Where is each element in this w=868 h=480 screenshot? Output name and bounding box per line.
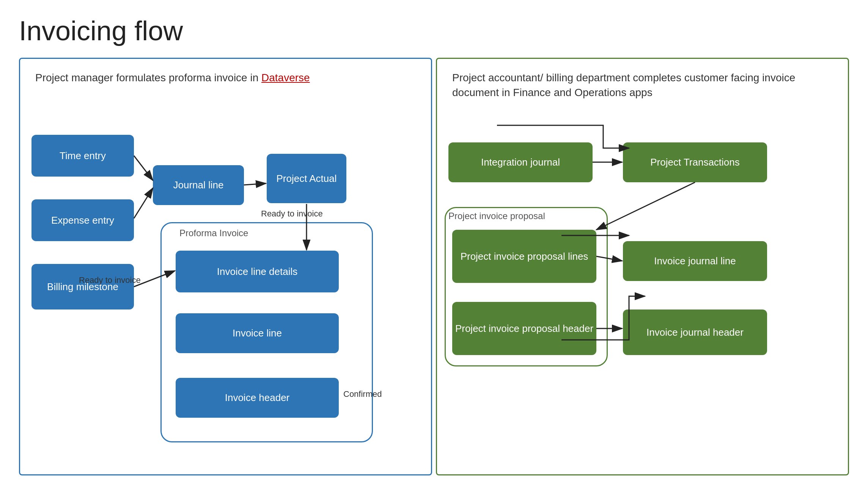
invoice-line-details-box: Invoice line details [176,251,339,292]
left-panel-subtitle: Project manager formulates proforma invo… [35,70,416,85]
invoice-header-box: Invoice header [176,378,339,418]
dataverse-link[interactable]: Dataverse [261,72,310,84]
journal-line-box: Journal line [153,165,244,205]
left-panel: Project manager formulates proforma invo… [19,58,432,475]
project-actual-box: Project Actual [267,154,346,203]
page-title: Invoicing flow [19,15,849,46]
time-entry-box: Time entry [31,135,134,177]
ready-to-invoice-label-1: Ready to invoice [261,209,323,219]
billing-milestone-box: Billing milestone [31,264,134,309]
left-subtitle-text: Project manager formulates proforma invo… [35,72,261,84]
project-invoice-proposal-lines-box: Project invoice proposal lines [452,230,596,283]
invoice-journal-line-box: Invoice journal line [623,241,767,281]
invoice-journal-header-box: Invoice journal header [623,309,767,355]
expense-entry-box: Expense entry [31,199,134,241]
project-transactions-box: Project Transactions [623,142,767,182]
project-invoice-proposal-header-box: Project invoice proposal header [452,302,596,355]
diagram-container: Project manager formulates proforma invo… [19,58,849,475]
project-invoice-proposal-label: Project invoice proposal [448,211,545,221]
invoice-line-box: Invoice line [176,313,339,353]
ready-to-invoice-label-2: Ready to invoice [79,275,141,285]
right-panel-subtitle: Project accountant/ billing department c… [452,70,833,100]
confirmed-label: Confirmed [343,389,382,399]
integration-journal-box: Integration journal [448,142,593,182]
right-panel: Project accountant/ billing department c… [436,58,849,475]
proforma-invoice-label: Proforma Invoice [179,228,248,238]
